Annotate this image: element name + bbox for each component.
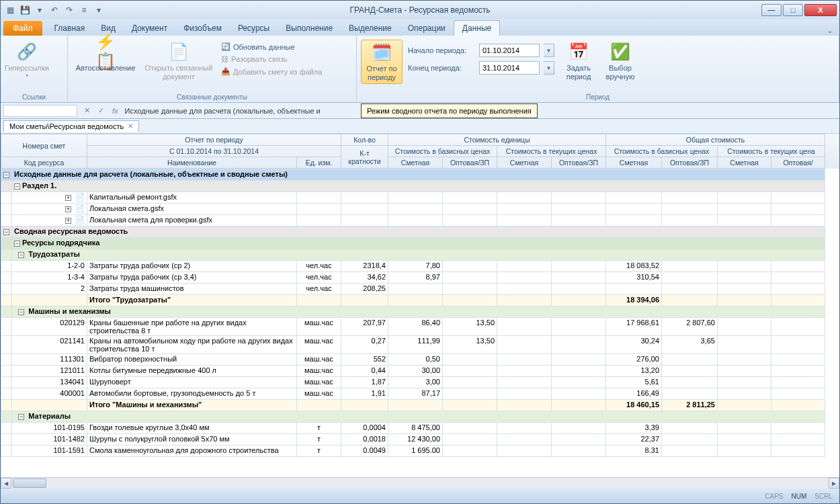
table-row[interactable]: 2Затраты труда машинистовчел.час208,25: [1, 284, 825, 295]
tab-fizobem[interactable]: Физобъем: [175, 21, 230, 36]
hdr-unit[interactable]: Ед. изм.: [297, 157, 341, 169]
table-row[interactable]: 134041Шуруповертмаш.час1,873,005,61: [1, 377, 825, 388]
period-start-dropdown[interactable]: ▼: [544, 44, 554, 57]
file-row[interactable]: + 📄Капитальный ремонт.gsfx: [1, 192, 825, 204]
redo-icon[interactable]: ↷: [62, 3, 76, 17]
cancel-icon[interactable]: ✕: [83, 106, 91, 115]
expand-icon[interactable]: +: [65, 218, 71, 224]
auto-compose-icon: ⚡📋: [95, 41, 116, 62]
period-start-input[interactable]: [479, 44, 540, 57]
hdr-u-wholesale2[interactable]: Оптовая/ЗП: [552, 157, 606, 169]
section-materials[interactable]: − Материалы: [1, 411, 825, 423]
collapse-icon[interactable]: −: [18, 414, 24, 420]
hdr-name[interactable]: Наименование: [87, 157, 297, 169]
minimize-button[interactable]: —: [761, 4, 782, 16]
name-box[interactable]: [3, 105, 77, 117]
hdr-t-smeta[interactable]: Сметная: [606, 157, 662, 169]
expand-icon[interactable]: +: [65, 195, 71, 201]
scroll-thumb[interactable]: [13, 478, 46, 488]
section-razdel[interactable]: −Раздел 1.: [1, 181, 825, 192]
tab-dannye[interactable]: Данные: [454, 20, 500, 36]
scroll-right-icon[interactable]: ▶: [829, 478, 839, 489]
fx-icon[interactable]: fx: [111, 107, 120, 115]
section-labor[interactable]: − Трудозатраты: [1, 249, 825, 261]
tab-operatsii[interactable]: Операции: [400, 21, 454, 36]
section-source-data[interactable]: −Исходные данные для расчета (локальные,…: [1, 169, 825, 181]
close-tab-icon[interactable]: ✕: [128, 122, 133, 130]
hdr-mult[interactable]: К-т кратности: [341, 146, 388, 169]
manual-select-button[interactable]: ✅ Выбор вручную: [600, 40, 640, 83]
hdr-u-wholesale[interactable]: Оптовая/ЗП: [443, 157, 497, 169]
tab-vypolnenie[interactable]: Выполнение: [278, 21, 341, 36]
subtotal-mach[interactable]: Итого "Машины и механизмы"18 460,152 811…: [1, 400, 825, 411]
hdr-t-current[interactable]: Стоимость в текущих цена: [718, 146, 825, 157]
hdr-t-wholesale2[interactable]: Оптовая/: [771, 157, 825, 169]
table-row[interactable]: 021141Краны на автомобильном ходу при ра…: [1, 336, 825, 354]
hdr-t-wholesale[interactable]: Оптовая/ЗП: [662, 157, 718, 169]
collapse-icon[interactable]: −: [3, 172, 9, 178]
hdr-u-base[interactable]: Стоимость в базисных ценах: [388, 146, 497, 157]
collapse-ribbon-icon[interactable]: ⌄: [821, 26, 839, 36]
section-mach[interactable]: − Машины и механизмы: [1, 306, 825, 318]
hdr-resource-code[interactable]: Код ресурса: [1, 157, 87, 169]
hdr-t-smeta2[interactable]: Сметная: [718, 157, 771, 169]
tab-glavnaya[interactable]: Главная: [46, 21, 93, 36]
section-svodnaya[interactable]: −Сводная ресурсная ведомость: [1, 226, 825, 238]
auto-compose-button[interactable]: ⚡📋 Автосоставление: [72, 40, 139, 74]
undo-icon[interactable]: ↶: [48, 3, 61, 17]
hdr-unit-cost[interactable]: Стоимость единицы: [388, 134, 606, 146]
period-end-input[interactable]: [479, 61, 540, 75]
collapse-icon[interactable]: −: [14, 241, 20, 247]
subtotal-labor[interactable]: Итого "Трудозатраты"18 394,06: [1, 295, 825, 306]
qat-dropdown-icon[interactable]: ▾: [33, 3, 46, 17]
hdr-report-range[interactable]: С 01.10.2014 по 31.10.2014: [87, 146, 341, 157]
scroll-left-icon[interactable]: ◀: [1, 478, 11, 489]
table-row[interactable]: 1-3-4Затраты труда рабочих (ср 3,4)чел.ч…: [1, 272, 825, 284]
table-row[interactable]: 101-0195Гвозди толевые круглые 3,0x40 мм…: [1, 423, 825, 434]
table-row[interactable]: 020129Краны башенные при работе на други…: [1, 318, 825, 336]
confirm-icon[interactable]: ✓: [97, 106, 106, 115]
file-row[interactable]: + 📄Локальная смета.gsfx: [1, 204, 825, 215]
maximize-button[interactable]: □: [783, 4, 803, 16]
collapse-icon[interactable]: −: [18, 309, 24, 315]
hdr-u-smeta[interactable]: Сметная: [388, 157, 443, 169]
open-linked-button: 📄 Открыть связанный документ: [142, 40, 216, 83]
table-row[interactable]: 101-1482Шурупы с полукруглой головкой 5x…: [1, 434, 825, 446]
table-row[interactable]: 111301Вибратор поверхностныймаш.час5520,…: [1, 354, 825, 366]
collapse-icon[interactable]: −: [3, 229, 9, 235]
hdr-report-title[interactable]: Отчет по периоду: [87, 134, 341, 146]
hdr-qty[interactable]: Кол-во: [341, 134, 388, 146]
report-by-period-button[interactable]: 🗓️ Отчет по периоду: [361, 40, 403, 84]
table-row[interactable]: 1-2-0Затраты труда рабочих (ср 2)чел.час…: [1, 261, 825, 272]
hdr-total-cost[interactable]: Общая стоимость: [606, 134, 825, 146]
file-row[interactable]: + 📄Локальная смета для проверки.gsfx: [1, 215, 825, 226]
file-tab[interactable]: Файл: [3, 21, 42, 36]
tab-vydelenie[interactable]: Выделение: [341, 21, 400, 36]
hdr-u-smeta2[interactable]: Сметная: [497, 157, 552, 169]
document-tab[interactable]: Мои сметы\Ресурсная ведомость ✕: [3, 120, 139, 132]
table-row[interactable]: 101-1591Смола каменноугольная для дорожн…: [1, 446, 825, 457]
expand-icon[interactable]: +: [65, 206, 71, 212]
close-button[interactable]: Х: [804, 4, 837, 16]
save-icon[interactable]: 💾: [18, 3, 32, 17]
section-contractor[interactable]: −Ресурсы подрядчика: [1, 238, 825, 249]
hdr-u-current[interactable]: Стоимость в текущих ценах: [497, 146, 606, 157]
table-row[interactable]: 400001Автомобили бортовые, грузоподъемно…: [1, 388, 825, 400]
qat-more-icon[interactable]: ▾: [92, 3, 106, 17]
refresh-icon: 🔄: [221, 42, 230, 51]
tab-resursy[interactable]: Ресурсы: [230, 21, 278, 36]
hdr-smeta-numbers[interactable]: Номера смет: [1, 134, 87, 157]
app-icon[interactable]: ▦: [3, 3, 17, 17]
period-start-label: Начало периода:: [408, 46, 475, 54]
collapse-icon[interactable]: −: [14, 183, 20, 190]
hdr-t-base[interactable]: Стоимость в базисных ценах: [606, 146, 718, 157]
collapse-icon[interactable]: −: [18, 252, 24, 258]
horizontal-scrollbar[interactable]: ◀ ▶: [1, 477, 839, 489]
tab-dokument[interactable]: Документ: [124, 21, 175, 36]
set-period-button[interactable]: 📅 Задать период: [560, 40, 597, 83]
table-row[interactable]: 121011Котлы битумные передвижные 400 лма…: [1, 366, 825, 377]
update-data-button[interactable]: 🔄Обновить данные: [218, 41, 325, 52]
period-end-dropdown[interactable]: ▼: [544, 61, 554, 75]
qat-customize-icon[interactable]: ≡: [77, 3, 91, 17]
hyperlink-icon: 🔗: [16, 41, 38, 62]
